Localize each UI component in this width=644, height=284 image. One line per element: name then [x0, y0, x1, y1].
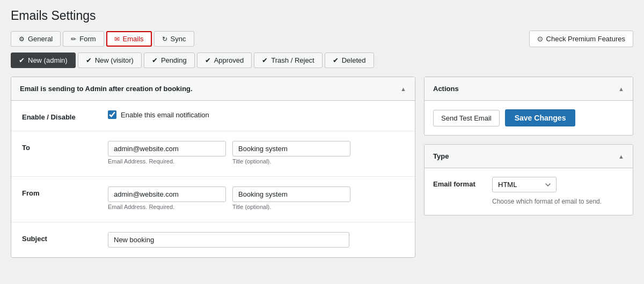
main-panel: Email is sending to Admin after creation… — [11, 77, 415, 258]
type-body: Email format HTML Plain Text Choose whic… — [425, 168, 633, 215]
from-email-input[interactable] — [108, 186, 226, 202]
type-header: Type ▲ — [425, 145, 633, 168]
enable-disable-label: Enable / Disable — [22, 110, 97, 121]
page-title: Emails Settings — [11, 9, 633, 23]
to-title-hint: Title (optional). — [232, 158, 350, 165]
email-icon: ✉ — [114, 35, 120, 43]
to-email-input[interactable] — [108, 141, 226, 156]
from-label: From — [22, 186, 97, 197]
subject-controls — [108, 232, 404, 248]
subtab-deleted[interactable]: ✔ Deleted — [325, 53, 374, 68]
to-label: To — [22, 141, 97, 152]
from-email-hint: Email Address. Required. — [108, 204, 226, 210]
tab-general[interactable]: ⚙ General — [11, 31, 61, 47]
subtab-check-icon-2: ✔ — [86, 56, 92, 64]
from-title-input[interactable] — [232, 186, 350, 202]
enable-disable-controls: Enable this email notification — [108, 110, 404, 119]
subtab-check-icon-6: ✔ — [333, 56, 339, 64]
from-controls: Email Address. Required. Title (optional… — [108, 186, 404, 212]
enable-email-label: Enable this email notification — [121, 111, 209, 119]
subtab-approved[interactable]: ✔ Approved — [197, 53, 252, 68]
to-controls: Email Address. Required. Title (optional… — [108, 141, 404, 167]
subtab-check-icon-4: ✔ — [205, 56, 211, 64]
tab-sync[interactable]: ↻ Sync — [154, 31, 194, 47]
subtab-check-icon-5: ✔ — [262, 56, 268, 64]
email-format-controls: HTML Plain Text Choose which format of e… — [492, 177, 624, 206]
send-test-email-button[interactable]: Send Test Email — [433, 110, 500, 126]
sub-tabs: ✔ New (admin) ✔ New (visitor) ✔ Pending … — [11, 53, 633, 68]
to-email-hint: Email Address. Required. — [108, 158, 226, 165]
email-format-label: Email format — [433, 177, 481, 188]
type-section: Type ▲ Email format HTML Plain Text Choo… — [424, 144, 633, 215]
email-format-row: Email format HTML Plain Text Choose whic… — [433, 177, 624, 206]
tab-emails[interactable]: ✉ Emails — [106, 31, 152, 47]
actions-header: Actions ▲ — [425, 77, 633, 101]
top-nav-tabs: ⚙ General ✏ Form ✉ Emails ↻ Sync — [11, 31, 194, 47]
enable-email-checkbox[interactable] — [108, 110, 116, 119]
from-title-hint: Title (optional). — [232, 204, 350, 210]
subtab-trash-reject[interactable]: ✔ Trash / Reject — [254, 53, 322, 68]
premium-icon: ⊙ — [537, 35, 543, 43]
form-icon: ✏ — [71, 35, 76, 43]
save-changes-button[interactable]: Save Changes — [505, 109, 576, 126]
top-navigation: ⚙ General ✏ Form ✉ Emails ↻ Sync ⊙ Check… — [11, 31, 633, 47]
from-row: From Email Address. Required. Title (opt… — [11, 177, 415, 222]
enable-disable-row: Enable / Disable Enable this email notif… — [11, 101, 415, 131]
side-panel: Actions ▲ Send Test Email Save Changes T… — [424, 77, 633, 224]
content-layout: Email is sending to Admin after creation… — [11, 77, 633, 258]
subject-label: Subject — [22, 232, 97, 243]
gear-icon: ⚙ — [19, 35, 25, 43]
actions-collapse-icon[interactable]: ▲ — [618, 86, 624, 92]
to-title-input[interactable] — [232, 141, 350, 156]
sync-icon: ↻ — [162, 35, 167, 43]
main-panel-header: Email is sending to Admin after creation… — [11, 77, 415, 101]
collapse-arrow-icon[interactable]: ▲ — [400, 86, 406, 92]
actions-body: Send Test Email Save Changes — [425, 101, 633, 135]
to-row: To Email Address. Required. Title (optio… — [11, 131, 415, 177]
subtab-pending[interactable]: ✔ Pending — [144, 53, 195, 68]
tab-form[interactable]: ✏ Form — [63, 31, 104, 47]
subtab-check-icon: ✔ — [19, 56, 25, 64]
email-format-select[interactable]: HTML Plain Text — [492, 177, 557, 192]
subtab-new-admin[interactable]: ✔ New (admin) — [11, 53, 76, 68]
check-premium-button[interactable]: ⊙ Check Premium Features — [529, 31, 633, 47]
subject-input[interactable] — [108, 232, 349, 248]
email-format-hint: Choose which format of email to send. — [492, 197, 624, 206]
subtab-check-icon-3: ✔ — [152, 56, 158, 64]
subtab-new-visitor[interactable]: ✔ New (visitor) — [78, 53, 142, 68]
actions-section: Actions ▲ Send Test Email Save Changes — [424, 77, 633, 136]
type-collapse-icon[interactable]: ▲ — [618, 153, 624, 160]
subject-row: Subject — [11, 222, 415, 257]
